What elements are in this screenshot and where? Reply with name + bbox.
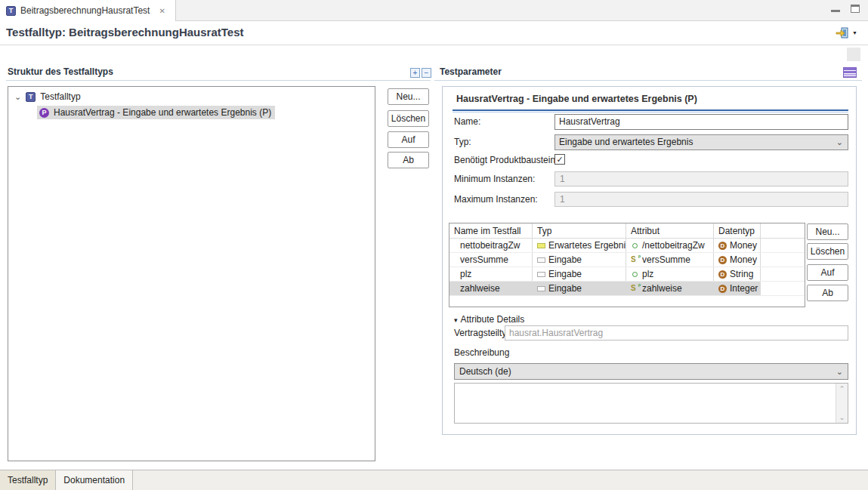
datatype-icon: D: [718, 242, 727, 250]
twistie-icon[interactable]: ▾: [454, 316, 458, 324]
max-instanzen-label: Maximum Instanzen:: [454, 194, 538, 205]
language-select[interactable]: Deutsch (de) ⌄: [454, 363, 848, 380]
attribute-details-header[interactable]: ▾Attribute Details: [454, 314, 524, 325]
beschreibung-label: Beschreibung: [454, 347, 509, 358]
cell-typ: Eingabe: [533, 282, 626, 295]
cell-typ: Eingabe: [533, 253, 626, 267]
chevron-down-icon: ⌄: [836, 364, 843, 379]
left-header-rule: [6, 80, 431, 81]
close-icon[interactable]: ✕: [159, 7, 165, 15]
table-row[interactable]: versSumme Eingabe SversSumme DMoney: [449, 253, 805, 267]
col-name-im-testfall[interactable]: Name im Testfall: [449, 223, 533, 238]
typ-select[interactable]: Eingabe und erwartetes Ergebnis ⌄: [554, 134, 848, 150]
tree-loeschen-button[interactable]: Löschen: [388, 110, 429, 127]
cell-name: zahlweise: [449, 282, 533, 295]
cell-empty: [761, 282, 805, 295]
cell-attribut: plz: [626, 267, 714, 281]
tab-dokumentation[interactable]: Dokumentation: [56, 470, 133, 490]
editor-tab[interactable]: T BeitragsberechnungHausratTest ✕: [0, 0, 176, 21]
tree-item-label: Testfalltyp: [40, 91, 80, 102]
cell-attribut: /nettobeitragZw: [626, 239, 714, 252]
tree-auf-button[interactable]: Auf: [388, 131, 429, 148]
cell-datentyp: DMoney: [714, 239, 761, 252]
beschreibung-textarea[interactable]: ⌃ ⌄: [454, 383, 848, 424]
min-instanzen-label: Minimum Instanzen:: [454, 174, 535, 184]
collapse-all-icon[interactable]: −: [422, 68, 431, 78]
table-row[interactable]: nettobeitragZw Erwartetes Ergebnis /nett…: [449, 239, 805, 253]
tree-ab-button[interactable]: Ab: [388, 152, 429, 168]
cell-name: versSumme: [449, 253, 533, 267]
left-panel-header: Struktur des Testfalltyps: [8, 66, 113, 77]
produktbaustein-label: Benötigt Produktbaustein:: [454, 155, 558, 165]
parameter-section-title: HausratVertrag - Eingabe und erwartetes …: [456, 94, 697, 104]
textarea-scrollbar[interactable]: ⌃ ⌄: [836, 384, 848, 423]
scroll-down-icon[interactable]: ⌄: [839, 414, 845, 421]
vertragsteiltyp-input: hausrat.HausratVertrag: [505, 325, 848, 341]
vertragsteiltyp-label: Vertragsteiltyp: [454, 328, 511, 338]
title-bar: Testfalltyp: BeitragsberechnungHausratTe…: [0, 21, 868, 45]
export-testcase-icon[interactable]: [836, 27, 849, 39]
cell-typ: Eingabe: [533, 267, 626, 281]
tree-neu-button[interactable]: Neu...: [388, 88, 429, 105]
testfalltyp-structure-tree: ⌄ T Testfalltyp P HausratVertrag - Einga…: [8, 86, 375, 461]
input-icon: [537, 272, 545, 277]
cell-empty: [761, 239, 805, 252]
attribute-table: Name im Testfall Typ Attribut Datentyp n…: [449, 223, 805, 307]
cell-datentyp: DMoney: [714, 253, 761, 267]
tree-item-label: HausratVertrag - Eingabe und erwartetes …: [54, 107, 271, 118]
name-label: Name:: [454, 116, 480, 127]
dropdown-arrow-icon[interactable]: ▼: [852, 30, 857, 35]
toolbar-placeholder: [847, 48, 860, 61]
col-typ[interactable]: Typ: [533, 223, 626, 238]
tree-item-testfalltyp[interactable]: ⌄ T Testfalltyp: [14, 91, 81, 102]
table-row[interactable]: plz Eingabe plz DString: [449, 267, 805, 282]
minimize-icon[interactable]: [831, 9, 840, 12]
parameter-icon: P: [39, 108, 49, 118]
cell-name: nettobeitragZw: [449, 239, 533, 252]
section-rule: [453, 109, 848, 111]
cell-name: plz: [449, 267, 533, 281]
name-input[interactable]: HausratVertrag: [554, 114, 848, 130]
table-loeschen-button[interactable]: Löschen: [807, 243, 848, 260]
testparameter-form: HausratVertrag - Eingabe und erwartetes …: [442, 86, 857, 435]
col-datentyp[interactable]: Datentyp: [714, 223, 761, 238]
page-title: Testfalltyp: BeitragsberechnungHausratTe…: [6, 26, 244, 39]
datatype-icon: D: [718, 285, 727, 293]
testparameter-view-icon[interactable]: [843, 67, 857, 78]
editor-tab-title: BeitragsberechnungHausratTest: [20, 5, 150, 16]
testcase-type-icon: T: [26, 92, 36, 102]
datatype-icon: D: [718, 270, 727, 279]
testcase-type-icon: T: [6, 6, 16, 16]
maximize-icon[interactable]: [851, 5, 860, 13]
typ-selected-value: Eingabe und erwartetes Ergebnis: [559, 137, 693, 147]
tab-testfalltyp[interactable]: Testfalltyp: [0, 470, 56, 490]
table-auf-button[interactable]: Auf: [807, 264, 848, 281]
policy-attribute-icon: S: [631, 255, 639, 264]
editor-tab-strip: T BeitragsberechnungHausratTest ✕: [0, 0, 868, 21]
attribute-icon: [632, 272, 638, 277]
table-header-row: Name im Testfall Typ Attribut Datentyp: [449, 223, 805, 239]
scroll-up-icon[interactable]: ⌃: [839, 385, 845, 393]
min-instanzen-input: 1: [554, 171, 848, 186]
attribute-icon: [632, 243, 638, 248]
table-neu-button[interactable]: Neu...: [807, 223, 848, 240]
cell-datentyp: DInteger: [714, 282, 761, 295]
section-rule-light: [453, 112, 848, 112]
datatype-icon: D: [718, 256, 727, 264]
col-attribut[interactable]: Attribut: [626, 223, 714, 238]
right-header-rule: [434, 80, 862, 81]
tree-item-hausratvertrag[interactable]: P HausratVertrag - Eingabe und erwartete…: [37, 106, 275, 119]
produktbaustein-checkbox[interactable]: ✓: [554, 154, 565, 165]
chevron-down-icon[interactable]: ⌄: [14, 93, 21, 100]
chevron-down-icon: ⌄: [836, 135, 843, 149]
cell-attribut: Szahlweise: [626, 282, 714, 295]
typ-label: Typ:: [454, 137, 471, 147]
table-ab-button[interactable]: Ab: [807, 285, 848, 301]
input-icon: [537, 286, 545, 291]
cell-attribut: SversSumme: [626, 253, 714, 267]
language-selected-value: Deutsch (de): [459, 366, 511, 377]
right-panel-header: Testparameter: [440, 66, 502, 77]
expand-all-icon[interactable]: +: [410, 68, 420, 78]
col-empty: [761, 223, 805, 238]
table-row-selected[interactable]: zahlweise Eingabe Szahlweise DInteger: [449, 282, 805, 296]
